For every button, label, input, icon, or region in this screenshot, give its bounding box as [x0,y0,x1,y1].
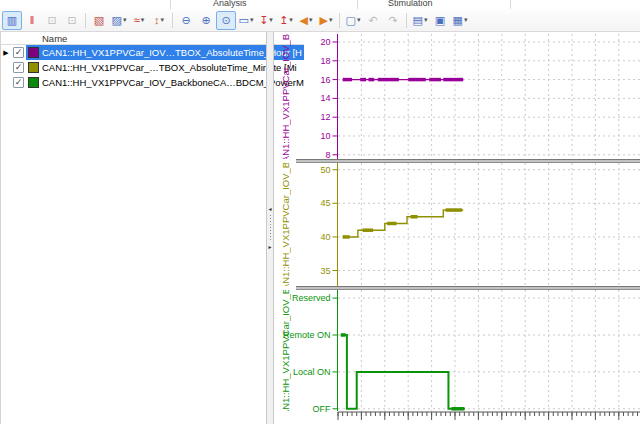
image-export-button[interactable]: ▣ [430,11,450,30]
signal-name: CAN1::HH_VX1PPVCar_IOV…TBOX_AbsoluteTime… [42,47,302,58]
signal-checkbox[interactable]: ✓ [13,77,24,88]
chart-style-button[interactable]: ▨▾ [109,11,129,30]
zoom-out-button[interactable]: ⊖ [176,11,196,30]
signal-name: CAN1::HH_VX1PPVCar_IOV_BackboneCA…BDCM_P… [42,77,304,88]
redo-icon: ↷ [388,15,397,26]
toolbar-separator [172,13,173,28]
signal-color-swatch [28,47,39,58]
svg-text:Local ON: Local ON [293,367,331,377]
plot-hour: CAN1::HH_VX1PPVCar_IOV_Bac 8101214161820 [274,34,640,159]
splitter-grip[interactable] [270,215,271,241]
chart-style-icon: ▨ [112,15,122,26]
zoom-selection-button[interactable]: ⊙ [216,11,236,30]
y-axis-label-hour: CAN1::HH_VX1PPVCar_IOV_Bac [274,34,296,159]
zoom-in-icon: ⊕ [201,15,210,26]
zoom-in-button[interactable]: ⊕ [196,11,216,30]
pause-icon: ‖ [30,15,35,26]
signal-checkbox[interactable]: ✓ [13,62,24,73]
graphics-toolbar: ▥‖⊡⊡▧▨▾≈▾↕▾⊖⊕⊙▭▾↧▾↥▾◀▾▶▾▢▾↶↷▤▾▣▦▾ [0,9,640,32]
signal-curve-button[interactable]: ≈▾ [129,11,149,30]
dropdown-arrow-icon[interactable]: ▾ [160,16,164,24]
redo-button: ↷ [383,11,403,30]
y-axis-label-powermode: CAN1::HH_VX1PPVCar_IOV_Bac [274,290,296,411]
menu-item-analysis[interactable]: Analysis [213,0,247,8]
zoom-redo-icon: ⊡ [67,15,76,26]
background-image-icon: ▧ [94,15,104,26]
svg-text:50: 50 [320,165,330,175]
plot-minute: CAN1::HH_VX1PPVCar_IOV_Bac 35404550 [274,163,640,286]
toolbar-separator [85,13,86,28]
dropdown-arrow-icon[interactable]: ▾ [269,16,273,24]
undo-button: ↶ [363,11,383,30]
signal-checkbox[interactable]: ✓ [13,47,24,58]
panel-layout-button[interactable]: ▢▾ [343,11,363,30]
graphics-plot-area: CAN1::HH_VX1PPVCar_IOV_Bac 8101214161820… [274,32,640,424]
step-forward-icon: ▶ [320,15,328,26]
plot-canvas-powermode[interactable]: OFFLocal ONRemote ONReserved [296,290,640,411]
table-row[interactable]: ✓ CAN1::HH_VX1PPVCar_IOV_BackboneCA…BDCM… [1,75,304,90]
signal-name: CAN1::HH_VX1PPVCar_…TBOX_AbsoluteTime_Mi… [42,62,297,73]
zoom-undo-button: ⊡ [42,11,62,30]
dropdown-arrow-icon[interactable]: ▾ [250,16,254,24]
panel-splitter[interactable]: ◂ ▸ [266,32,274,424]
signal-list-panel: Name ▶ ✓ CAN1::HH_VX1PPVCar_IOV…TBOX_Abs… [0,32,266,424]
plot-canvas-hour[interactable]: 8101214161820 [296,34,640,159]
signal-color-swatch [28,77,39,88]
svg-text:18: 18 [320,56,330,66]
signal-save-icon: ▦ [453,15,463,26]
plot-powermode: CAN1::HH_VX1PPVCar_IOV_Bac OFFLocal ONRe… [274,290,640,411]
table-row[interactable]: ✓ CAN1::HH_VX1PPVCar_…TBOX_AbsoluteTime_… [1,60,304,75]
difference-cursor-button[interactable]: ↥▾ [276,11,296,30]
dropdown-arrow-icon[interactable]: ▾ [424,16,428,24]
menu-bar: Analysis Stimulation [0,0,640,9]
svg-text:10: 10 [320,131,330,141]
svg-text:20: 20 [320,37,330,47]
signal-color-swatch [28,62,39,73]
table-row[interactable]: ▶ ✓ CAN1::HH_VX1PPVCar_IOV…TBOX_Absolute… [1,45,304,60]
step-forward-button[interactable]: ▶▾ [316,11,336,30]
plot-canvas-minute[interactable]: 35404550 [296,163,640,286]
svg-text:16: 16 [320,75,330,85]
dropdown-arrow-icon[interactable]: ▾ [309,16,313,24]
dropdown-arrow-icon[interactable]: ▾ [289,16,293,24]
collapse-left-icon[interactable]: ◂ [268,206,271,212]
menu-separator [510,0,511,9]
svg-text:Remote ON: Remote ON [283,330,331,340]
dropdown-arrow-icon[interactable]: ▾ [329,16,333,24]
step-back-button[interactable]: ◀▾ [296,11,316,30]
collapse-right-icon[interactable]: ▸ [268,244,271,250]
step-back-icon: ◀ [300,15,308,26]
svg-text:45: 45 [320,198,330,208]
zoom-out-icon: ⊖ [181,15,190,26]
chart-export-icon: ▤ [413,15,423,26]
menu-separator [170,0,171,9]
measurement-layout-button[interactable]: ▥ [2,11,22,30]
panel-layout-icon: ▢ [346,15,356,26]
signal-cursor-button[interactable]: ↧▾ [256,11,276,30]
signal-annotation-button[interactable]: ↕▾ [149,11,169,30]
fit-to-view-button[interactable]: ▭▾ [236,11,256,30]
background-image-button[interactable]: ▧ [89,11,109,30]
svg-text:14: 14 [320,93,330,103]
time-axis-ruler[interactable] [296,411,640,424]
dropdown-arrow-icon[interactable]: ▾ [464,16,468,24]
dropdown-arrow-icon[interactable]: ▾ [141,16,145,24]
name-column-header[interactable]: Name [1,32,304,45]
dropdown-arrow-icon[interactable]: ▾ [357,16,361,24]
image-export-icon: ▣ [435,15,445,26]
dropdown-arrow-icon[interactable]: ▾ [123,16,127,24]
menu-item-stimulation[interactable]: Stimulation [388,0,433,8]
fit-to-view-icon: ▭ [239,15,249,26]
svg-text:8: 8 [325,150,330,160]
y-axis-label-minute: CAN1::HH_VX1PPVCar_IOV_Bac [274,163,296,286]
undo-icon: ↶ [368,15,377,26]
signal-save-button[interactable]: ▦▾ [450,11,470,30]
signal-cursor-icon: ↧ [259,15,268,26]
signal-table: Name ▶ ✓ CAN1::HH_VX1PPVCar_IOV…TBOX_Abs… [1,32,304,424]
pause-button[interactable]: ‖ [22,11,42,30]
chart-export-button[interactable]: ▤▾ [410,11,430,30]
difference-cursor-icon: ↥ [279,15,288,26]
current-row-marker-icon: ▶ [1,49,11,57]
zoom-undo-icon: ⊡ [47,15,56,26]
signal-annotation-icon: ↕ [154,15,160,26]
